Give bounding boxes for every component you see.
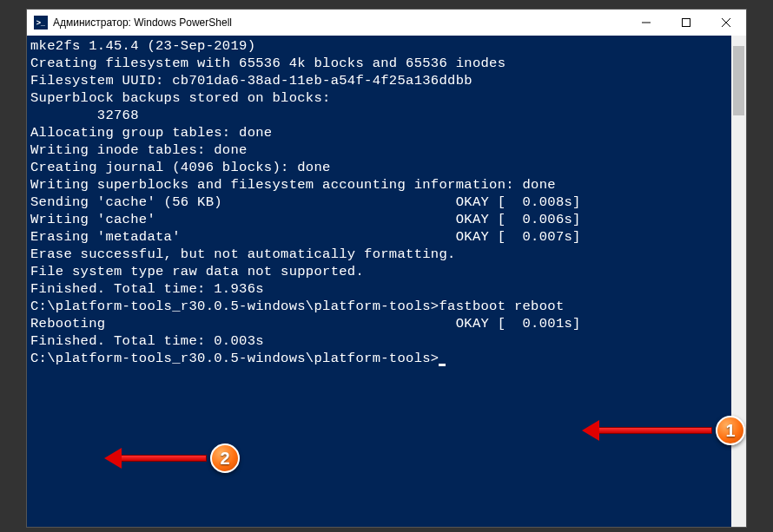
powershell-icon: >_ <box>34 16 48 30</box>
terminal-line: File system type raw data not supported. <box>30 263 743 280</box>
scrollbar-thumb[interactable] <box>733 46 744 115</box>
close-button[interactable] <box>706 10 746 36</box>
vertical-scrollbar[interactable] <box>731 36 746 527</box>
terminal-output[interactable]: mke2fs 1.45.4 (23-Sep-2019)Creating file… <box>27 36 746 527</box>
powershell-window: >_ Администратор: Windows PowerShell mke… <box>26 9 747 528</box>
terminal-line: Allocating group tables: done <box>30 124 743 141</box>
cursor <box>439 364 446 366</box>
terminal-line: Sending 'cache' (56 KB) OKAY [ 0.008s] <box>30 194 743 211</box>
terminal-line: Finished. Total time: 0.003s <box>30 332 743 350</box>
terminal-line: C:\platform-tools_r30.0.5-windows\platfo… <box>30 350 743 367</box>
terminal-line: Writing superblocks and filesystem accou… <box>30 176 743 194</box>
terminal-line: 32768 <box>30 107 743 124</box>
terminal-line: C:\platform-tools_r30.0.5-windows\platfo… <box>30 298 743 315</box>
terminal-line: Writing inode tables: done <box>30 141 743 159</box>
terminal-line: Creating filesystem with 65536 4k blocks… <box>30 55 743 72</box>
window-title: Администратор: Windows PowerShell <box>53 16 232 29</box>
titlebar-controls <box>626 10 746 36</box>
terminal-line: Writing 'cache' OKAY [ 0.006s] <box>30 211 743 228</box>
terminal-line: mke2fs 1.45.4 (23-Sep-2019) <box>30 37 743 55</box>
maximize-button[interactable] <box>666 10 706 36</box>
terminal-line: Erasing 'metadata' OKAY [ 0.007s] <box>30 228 743 246</box>
titlebar[interactable]: >_ Администратор: Windows PowerShell <box>27 10 746 36</box>
svg-rect-1 <box>683 19 690 27</box>
minimize-button[interactable] <box>626 10 666 36</box>
terminal-line: Rebooting OKAY [ 0.001s] <box>30 315 743 332</box>
terminal-line: Erase successful, but not automatically … <box>30 246 743 263</box>
terminal-line: Finished. Total time: 1.936s <box>30 280 743 298</box>
terminal-line: Filesystem UUID: cb701da6-38ad-11eb-a54f… <box>30 72 743 89</box>
terminal-line: Creating journal (4096 blocks): done <box>30 159 743 176</box>
terminal-line: Superblock backups stored on blocks: <box>30 89 743 107</box>
